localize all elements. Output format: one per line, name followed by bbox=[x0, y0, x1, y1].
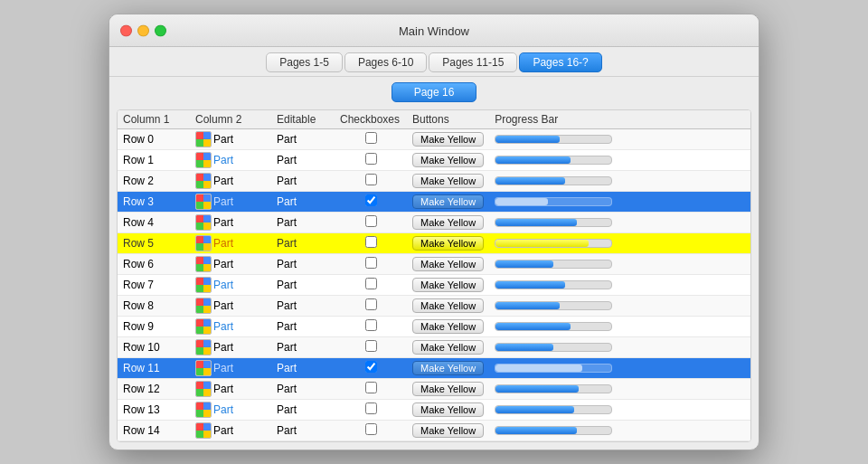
row-col1: Row 7 bbox=[118, 275, 190, 296]
row-progress-cell bbox=[489, 421, 750, 441]
row-col2-text: Part bbox=[213, 154, 233, 166]
row-col2-text: Part bbox=[213, 279, 233, 291]
make-yellow-button[interactable]: Make Yellow bbox=[412, 236, 484, 251]
row-checkbox[interactable] bbox=[365, 361, 377, 373]
row-editable[interactable]: Part bbox=[271, 358, 335, 379]
row-editable[interactable]: Part bbox=[271, 213, 335, 233]
row-checkbox-cell bbox=[335, 254, 407, 275]
content-area: Column 1 Column 2 Editable Checkboxes Bu… bbox=[117, 109, 751, 442]
row-editable[interactable]: Part bbox=[271, 171, 335, 192]
make-yellow-button[interactable]: Make Yellow bbox=[412, 215, 484, 230]
row-editable[interactable]: Part bbox=[271, 400, 335, 421]
row-progress-cell bbox=[489, 358, 750, 379]
row-progress-cell bbox=[489, 129, 750, 150]
row-checkbox[interactable] bbox=[365, 257, 377, 269]
row-col2: Part bbox=[190, 171, 271, 192]
progress-fill bbox=[495, 198, 548, 205]
col-header-1: Column 1 bbox=[118, 110, 190, 129]
make-yellow-button[interactable]: Make Yellow bbox=[412, 153, 484, 167]
row-editable[interactable]: Part bbox=[271, 317, 335, 337]
sub-tab-page-16[interactable]: Page 16 bbox=[392, 82, 477, 102]
row-button-cell: Make Yellow bbox=[407, 275, 489, 296]
tab-pages-1-5[interactable]: Pages 1-5 bbox=[266, 52, 343, 72]
make-yellow-button[interactable]: Make Yellow bbox=[412, 319, 484, 334]
make-yellow-button[interactable]: Make Yellow bbox=[412, 257, 484, 271]
row-editable[interactable]: Part bbox=[271, 379, 335, 400]
row-button-cell: Make Yellow bbox=[407, 337, 489, 358]
make-yellow-button[interactable]: Make Yellow bbox=[412, 340, 484, 355]
row-col2: Part bbox=[190, 233, 271, 254]
main-window: Main Window Pages 1-5 Pages 6-10 Pages 1… bbox=[108, 14, 760, 450]
progress-track bbox=[495, 405, 612, 414]
row-checkbox[interactable] bbox=[365, 132, 377, 144]
row-col2: Part bbox=[190, 358, 271, 379]
row-icon bbox=[195, 235, 212, 251]
make-yellow-button[interactable]: Make Yellow bbox=[412, 423, 484, 438]
row-col1: Row 3 bbox=[118, 192, 190, 213]
progress-fill bbox=[495, 344, 553, 351]
row-col2-text: Part bbox=[213, 216, 233, 229]
make-yellow-button[interactable]: Make Yellow bbox=[412, 361, 484, 375]
progress-fill bbox=[495, 406, 574, 413]
row-col2-text: Part bbox=[213, 320, 233, 333]
row-checkbox[interactable] bbox=[365, 153, 377, 165]
row-checkbox[interactable] bbox=[365, 194, 377, 206]
row-button-cell: Make Yellow bbox=[407, 171, 489, 192]
row-col2-text: Part bbox=[213, 195, 233, 208]
row-button-cell: Make Yellow bbox=[407, 192, 489, 213]
make-yellow-button[interactable]: Make Yellow bbox=[412, 174, 484, 188]
make-yellow-button[interactable]: Make Yellow bbox=[412, 402, 484, 417]
row-checkbox[interactable] bbox=[365, 298, 377, 310]
row-checkbox[interactable] bbox=[365, 174, 377, 185]
row-progress-cell bbox=[489, 192, 750, 213]
tab-pages-6-10[interactable]: Pages 6-10 bbox=[344, 52, 427, 72]
table-row: Row 4PartPartMake Yellow bbox=[118, 213, 750, 233]
row-editable[interactable]: Part bbox=[271, 296, 335, 317]
make-yellow-button[interactable]: Make Yellow bbox=[412, 298, 484, 313]
sub-tab-bar: Page 16 bbox=[109, 77, 759, 106]
row-col2-text: Part bbox=[213, 424, 233, 437]
table-row: Row 14PartPartMake Yellow bbox=[118, 421, 750, 441]
row-checkbox-cell bbox=[335, 171, 407, 192]
row-checkbox-cell bbox=[335, 400, 407, 421]
row-checkbox[interactable] bbox=[365, 423, 377, 435]
tab-pages-16[interactable]: Pages 16-? bbox=[519, 52, 601, 72]
row-editable[interactable]: Part bbox=[271, 421, 335, 441]
row-checkbox[interactable] bbox=[365, 340, 377, 352]
row-checkbox[interactable] bbox=[365, 382, 377, 393]
tab-pages-11-15[interactable]: Pages 11-15 bbox=[429, 52, 517, 72]
row-checkbox[interactable] bbox=[365, 319, 377, 331]
row-progress-cell bbox=[489, 171, 750, 192]
progress-fill bbox=[495, 365, 582, 372]
row-checkbox[interactable] bbox=[365, 215, 377, 227]
make-yellow-button[interactable]: Make Yellow bbox=[412, 382, 484, 396]
row-col2: Part bbox=[190, 400, 271, 421]
row-editable[interactable]: Part bbox=[271, 275, 335, 296]
row-progress-cell bbox=[489, 254, 750, 275]
row-editable[interactable]: Part bbox=[271, 337, 335, 358]
row-editable[interactable]: Part bbox=[271, 129, 335, 150]
row-progress-cell bbox=[489, 296, 750, 317]
row-editable[interactable]: Part bbox=[271, 150, 335, 171]
row-checkbox[interactable] bbox=[365, 278, 377, 289]
row-col1: Row 9 bbox=[118, 317, 190, 337]
row-checkbox[interactable] bbox=[365, 236, 377, 248]
progress-track bbox=[495, 135, 612, 144]
progress-fill bbox=[495, 281, 565, 289]
make-yellow-button[interactable]: Make Yellow bbox=[412, 278, 484, 292]
row-col2-text: Part bbox=[213, 403, 233, 416]
make-yellow-button[interactable]: Make Yellow bbox=[412, 194, 484, 209]
table-row: Row 12PartPartMake Yellow bbox=[118, 379, 750, 400]
row-progress-cell bbox=[489, 337, 750, 358]
row-editable[interactable]: Part bbox=[271, 233, 335, 254]
make-yellow-button[interactable]: Make Yellow bbox=[412, 132, 484, 147]
row-checkbox[interactable] bbox=[365, 402, 377, 414]
row-col2: Part bbox=[190, 379, 271, 400]
row-editable[interactable]: Part bbox=[271, 192, 335, 213]
close-button[interactable] bbox=[120, 24, 132, 36]
progress-fill bbox=[495, 156, 571, 164]
maximize-button[interactable] bbox=[155, 24, 166, 36]
row-col1: Row 12 bbox=[118, 379, 190, 400]
minimize-button[interactable] bbox=[137, 24, 149, 36]
row-editable[interactable]: Part bbox=[271, 254, 335, 275]
